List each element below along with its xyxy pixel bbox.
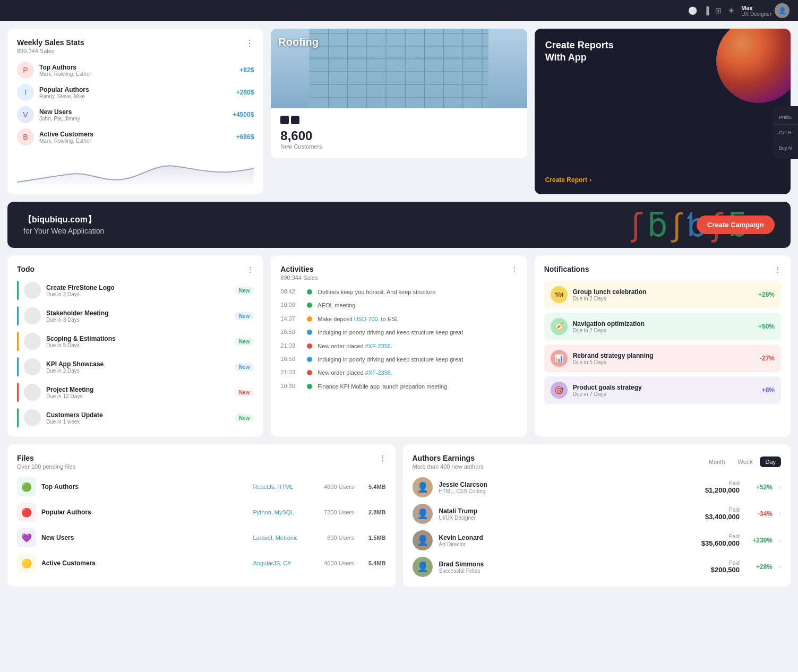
- activity-dot: [307, 330, 312, 335]
- search-icon[interactable]: ⚪: [688, 6, 697, 15]
- popular-authors-sub: Randy, Steve, Mike: [39, 93, 231, 99]
- row-bottom: Files Over 100 pending files ⋮ 🟢 Top Aut…: [7, 444, 791, 587]
- file-users: 7200 Users: [312, 509, 354, 515]
- right-mini-item-prebu[interactable]: Prebu: [773, 110, 798, 125]
- roofing-wrapper: Roofing: [271, 29, 527, 194]
- file-users: 4600 Users: [312, 484, 354, 490]
- todo-item: Project Meeting Due in 12 Days New: [17, 383, 254, 402]
- activity-dot: [307, 357, 312, 362]
- todo-info: Scoping & Estimations Due in 5 Days: [46, 335, 229, 348]
- chevron-right-icon[interactable]: ›: [779, 484, 781, 491]
- file-name: New Users: [41, 534, 248, 541]
- weekly-sales-card: Weekly Sales Stats 890,344 Sales ⋮ P Top…: [7, 29, 263, 194]
- activity-link[interactable]: USD 700.: [354, 316, 380, 322]
- todo-info: KPI App Showcase Due in 2 Days: [46, 360, 229, 374]
- notif-title: Group lunch celebration: [573, 288, 753, 296]
- grid-icon[interactable]: ⊞: [715, 6, 722, 15]
- todo-bar: [17, 332, 19, 351]
- todo-due: Due in 2 Days: [46, 368, 229, 374]
- notifications-menu[interactable]: ⋮: [774, 265, 781, 273]
- activity-link[interactable]: #XF-2356.: [365, 369, 392, 376]
- notif-value: +50%: [758, 323, 775, 330]
- avatar[interactable]: 👤: [775, 3, 790, 18]
- todo-avatar: [24, 358, 41, 375]
- todo-name: Stakeholder Meeting: [46, 309, 229, 317]
- file-users: 4600 Users: [312, 560, 354, 566]
- deco-green: ƃ: [647, 206, 667, 244]
- todo-item: Stakeholder Meeting Due in 3 Days New: [17, 306, 254, 325]
- ae-amount: $35,600,000: [701, 539, 740, 547]
- ae-paid-label: Paid: [711, 560, 740, 566]
- notif-icon-rebrand: 📊: [551, 350, 568, 367]
- top-authors-icon: P: [17, 62, 34, 79]
- todo-item: KPI App Showcase Due in 2 Days New: [17, 357, 254, 376]
- weekly-sales-menu[interactable]: ⋮: [245, 38, 254, 48]
- ae-name: Brad Simmons: [439, 561, 705, 568]
- activity-link[interactable]: #XF-2356.: [365, 343, 392, 349]
- popular-authors-icon: T: [17, 84, 34, 101]
- activity-time: 21:03: [280, 342, 302, 349]
- chevron-right-icon[interactable]: ›: [779, 510, 781, 518]
- todo-avatar: [24, 307, 41, 324]
- stat-item-popular-authors: T Popular Authors Randy, Steve, Mike +28…: [17, 84, 254, 101]
- active-customers-name: Active Customers: [39, 131, 231, 138]
- battery-icon: ▐: [703, 6, 709, 15]
- roofing-image: Roofing: [271, 29, 527, 108]
- files-card: Files Over 100 pending files ⋮ 🟢 Top Aut…: [7, 444, 396, 587]
- todo-badge: New: [235, 287, 254, 295]
- files-menu[interactable]: ⋮: [379, 454, 386, 462]
- chevron-right-icon[interactable]: ›: [779, 537, 781, 544]
- create-campaign-button[interactable]: Create Campaign: [697, 216, 775, 234]
- ae-paid-group: Paid $1,200,000: [705, 480, 740, 494]
- notif-sub: Due in 2 Days: [573, 296, 753, 301]
- activity-item: 16:50 Indulging in poorly driving and ke…: [280, 356, 517, 364]
- ae-change: +230%: [746, 537, 773, 544]
- activity-text: Make deposit USD 700. to ESL: [318, 315, 398, 323]
- create-report-link[interactable]: Create Report ›: [545, 176, 780, 184]
- activities-menu[interactable]: ⋮: [511, 265, 518, 273]
- activity-time: 14:37: [280, 315, 302, 322]
- file-item: 🟢 Top Authors ReactJs, HTML 4600 Users 5…: [17, 477, 386, 496]
- activity-item: 16:50 Indulging in poorly driving and ke…: [280, 329, 517, 337]
- activity-dot: [307, 289, 312, 295]
- new-customers-section: 8,600 New Customers: [271, 108, 527, 158]
- right-mini-item-buyn[interactable]: Buy N: [773, 141, 798, 155]
- file-icon-active: 🟡: [17, 554, 36, 573]
- todo-info: Project Meeting Due in 12 Days: [46, 386, 229, 399]
- todo-avatar: [24, 282, 41, 299]
- file-item: 🟡 Active Customers AngularJS, C# 4600 Us…: [17, 554, 386, 573]
- todo-avatar: [24, 384, 41, 401]
- notifications-title: Notifications: [544, 265, 589, 273]
- ae-tab-month[interactable]: Month: [703, 456, 731, 467]
- notif-item: 📊 Rebrand strategy planning Due in 5 Day…: [544, 344, 781, 372]
- stat-item-active-customers: B Active Customers Mark, Rowling, Esther…: [17, 128, 254, 145]
- file-tech: Laravel, Metronic: [253, 535, 306, 541]
- notif-item: 🎯 Product goals strategy Due in 7 Days +…: [544, 376, 781, 404]
- ae-item: 👤 Kevin Leonard Art Director Paid $35,60…: [413, 530, 782, 550]
- todo-menu[interactable]: ⋮: [247, 265, 254, 273]
- notif-item: 🍽 Group lunch celebration Due in 2 Days …: [544, 281, 781, 308]
- weekly-sales-subtitle: 890,344 Sales: [17, 48, 84, 54]
- new-users-sub: John, Pat, Jimmy: [39, 116, 227, 122]
- todo-info: Stakeholder Meeting Due in 3 Days: [46, 309, 229, 323]
- activity-item: 08:42 Outlines keep you honest. And keep…: [280, 288, 517, 296]
- file-name: Popular Authors: [41, 509, 248, 516]
- ae-tab-day[interactable]: Day: [760, 456, 781, 467]
- main-layout: Weekly Sales Stats 890,344 Sales ⋮ P Top…: [0, 21, 798, 672]
- new-users-info: New Users John, Pat, Jimmy: [39, 108, 227, 122]
- file-users: 890 Users: [312, 535, 354, 541]
- todo-due: Due in 12 Days: [46, 393, 229, 399]
- notif-icon-nav: 🧭: [551, 318, 568, 335]
- file-icon-new-users: 💜: [17, 528, 36, 547]
- activity-item: 10:30 Finance KPI Mobile app launch prep…: [280, 383, 517, 391]
- ae-item: 👤 Jessie Clarcson HTML, CSS Coding Paid …: [413, 477, 782, 497]
- ae-change: +28%: [746, 563, 773, 571]
- right-mini-item-geth[interactable]: Get H: [773, 126, 798, 140]
- ae-tab-week[interactable]: Week: [733, 456, 758, 467]
- chevron-right-icon[interactable]: ›: [779, 563, 781, 571]
- todo-bar: [17, 383, 19, 402]
- top-authors-info: Top Authors Mark, Rowling, Esther: [39, 64, 234, 77]
- todo-bar: [17, 357, 19, 376]
- sun-icon[interactable]: ☀: [728, 6, 735, 15]
- notif-icon-lunch: 🍽: [551, 286, 568, 303]
